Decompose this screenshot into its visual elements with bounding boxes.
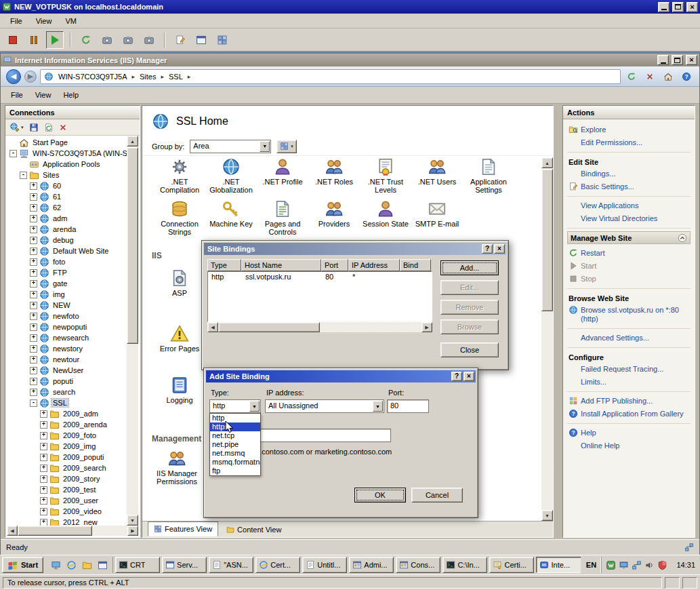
- feature-application-settings[interactable]: Application Settings: [464, 157, 514, 194]
- tree-node-ftp[interactable]: +FTP: [8, 267, 127, 278]
- show-desktop-button[interactable]: [49, 558, 62, 572]
- vm-settings-button[interactable]: [171, 31, 189, 49]
- tree-node-61[interactable]: +61: [8, 191, 127, 202]
- type-option-net-pipe[interactable]: net.pipe: [210, 440, 260, 449]
- type-option-ftp[interactable]: ftp: [210, 467, 260, 475]
- help-button[interactable]: ?: [679, 69, 694, 84]
- expand-plus-icon[interactable]: +: [30, 182, 37, 190]
- remove-connection-button[interactable]: [58, 121, 68, 134]
- tree-node-search[interactable]: +search: [8, 387, 127, 397]
- tree-node-2009-test[interactable]: +2009_test: [8, 484, 127, 495]
- back-button[interactable]: ◀: [6, 69, 21, 84]
- expand-plus-icon[interactable]: +: [30, 323, 37, 331]
- scroll-right-icon[interactable]: ▶: [421, 322, 432, 332]
- collapse-minus-icon[interactable]: -: [30, 399, 37, 407]
- type-option-net-tcp[interactable]: net.tcp: [210, 431, 260, 440]
- collapse-minus-icon[interactable]: -: [20, 172, 27, 179]
- action-add-ftp-publishing[interactable]: Add FTP Publishing...: [567, 395, 691, 408]
- taskbar-task-serv[interactable]: Serv...: [162, 557, 207, 573]
- chevron-down-icon[interactable]: ▼: [373, 401, 383, 412]
- action-view-virtual-directories[interactable]: View Virtual Directories: [567, 212, 691, 225]
- action-limits[interactable]: Limits...: [567, 376, 691, 389]
- action-help[interactable]: ?Help: [567, 427, 691, 439]
- scroll-down-icon[interactable]: ▼: [541, 510, 553, 521]
- expand-plus-icon[interactable]: +: [30, 356, 37, 363]
- action-install-application-from-gallery[interactable]: ?Install Application From Gallery: [567, 408, 691, 420]
- expand-plus-icon[interactable]: +: [30, 215, 37, 222]
- feature-net-compilation[interactable]: .NET Compilation: [155, 157, 205, 194]
- window-switch-button[interactable]: [96, 558, 109, 572]
- feature-net-globalization[interactable]: .NET Globalization: [206, 157, 256, 194]
- tree-node-2009-poputi[interactable]: +2009_poputi: [8, 452, 127, 463]
- expand-plus-icon[interactable]: +: [40, 410, 47, 418]
- feature-connection-strings[interactable]: Connection Strings: [155, 199, 205, 236]
- scrollbar-thumb[interactable]: [127, 147, 138, 344]
- expand-plus-icon[interactable]: +: [30, 269, 37, 277]
- add-button[interactable]: Add...: [440, 260, 499, 275]
- tab-features-view[interactable]: Features View: [148, 522, 218, 536]
- taskbar-task-inte[interactable]: IISInte...: [536, 557, 581, 573]
- taskbar-task-admi[interactable]: Admi...: [349, 557, 394, 573]
- collapse-chevron-icon[interactable]: [678, 233, 687, 243]
- iis-restore-button[interactable]: [672, 55, 683, 65]
- forward-button[interactable]: ▶: [24, 71, 37, 83]
- column-header-type[interactable]: Type: [207, 259, 241, 271]
- action-restart[interactable]: Restart: [567, 247, 691, 260]
- vmware-menu-vm[interactable]: VM: [59, 15, 83, 27]
- feature-providers[interactable]: Providers: [309, 199, 359, 228]
- tree-node-2009-adm[interactable]: +2009_adm: [8, 408, 127, 419]
- binding-row[interactable]: httpssl.votpusk.ru80*: [208, 272, 432, 283]
- chevron-down-icon[interactable]: ▼: [260, 141, 270, 152]
- tree-horizontal-scrollbar[interactable]: ◀ ▶: [7, 526, 138, 536]
- expand-plus-icon[interactable]: +: [40, 421, 47, 429]
- iis-menu-help[interactable]: Help: [57, 89, 85, 101]
- taskbar-task-untitl[interactable]: Untitl...: [302, 557, 347, 573]
- tree-node-2012-new[interactable]: +2012_new: [8, 517, 127, 526]
- expand-plus-icon[interactable]: +: [30, 258, 37, 266]
- dialog-help-button[interactable]: ?: [482, 244, 493, 254]
- tree-node-2009-arenda[interactable]: +2009_arenda: [8, 419, 127, 430]
- tree-node-sites[interactable]: -Sites: [8, 170, 127, 180]
- expand-plus-icon[interactable]: +: [30, 378, 37, 385]
- add-binding-titlebar[interactable]: Add Site Binding ? ×: [206, 370, 476, 382]
- taskbar-task-crt[interactable]: CRT: [115, 557, 160, 573]
- tree-node-win-s7co3q9tj5a-win-s7[interactable]: -WIN-S7CO3Q9TJ5A (WIN-S7: [8, 148, 127, 159]
- stop-button[interactable]: [642, 69, 657, 84]
- iis-titlebar[interactable]: Internet Information Services (IIS) Mana…: [1, 54, 699, 66]
- home-button[interactable]: [661, 69, 676, 84]
- expand-plus-icon[interactable]: +: [40, 497, 47, 505]
- power-on-button[interactable]: [46, 31, 64, 49]
- tree-node-poputi[interactable]: +poputi: [8, 376, 127, 387]
- snapshot-manager-button[interactable]: [140, 31, 158, 49]
- tree-node-newtour[interactable]: +newtour: [8, 354, 127, 365]
- column-header-ip-address[interactable]: IP Address: [348, 259, 400, 271]
- power-off-button[interactable]: [4, 31, 22, 49]
- expand-plus-icon[interactable]: +: [30, 367, 37, 374]
- feature-session-state[interactable]: Session State: [361, 199, 411, 228]
- feature-iis-manager-permissions[interactable]: IIS Manager Permissions: [152, 449, 202, 486]
- feature-pages-and-controls[interactable]: Pages and Controls: [258, 199, 308, 236]
- type-option-msmq-formatname[interactable]: msmq.formatname: [210, 458, 260, 467]
- action-explore[interactable]: Explore: [567, 123, 691, 136]
- tree-node-2009-user[interactable]: +2009_user: [8, 495, 127, 506]
- start-button[interactable]: Start: [2, 557, 43, 573]
- taskbar-task-cons[interactable]: Cons...: [396, 557, 440, 573]
- iis-minimize-button[interactable]: [657, 55, 669, 65]
- column-header-port[interactable]: Port: [321, 259, 348, 271]
- internet-explorer-button[interactable]: [64, 558, 78, 572]
- column-header-bind[interactable]: Bind: [400, 259, 431, 271]
- vmware-titlebar[interactable]: NEW_VOTPUSK on localhost.localdomain ×: [0, 0, 700, 14]
- scroll-down-icon[interactable]: ▼: [127, 515, 138, 526]
- bindings-horizontal-scrollbar[interactable]: ◀ ▶: [207, 322, 432, 332]
- expand-plus-icon[interactable]: +: [30, 302, 37, 309]
- snapshot-revert-button[interactable]: [119, 31, 137, 49]
- feature-net-roles[interactable]: .NET Roles: [309, 157, 359, 186]
- expand-plus-icon[interactable]: +: [30, 280, 37, 288]
- expand-plus-icon[interactable]: +: [30, 237, 37, 244]
- scroll-up-icon[interactable]: ▲: [541, 157, 553, 168]
- tree-vertical-scrollbar[interactable]: ▲ ▼: [127, 136, 138, 526]
- tree-node-default-web-site[interactable]: +Default Web Site: [8, 245, 127, 256]
- action-edit-permissions[interactable]: Edit Permissions...: [567, 136, 691, 149]
- feature-error-pages[interactable]: Error Pages: [155, 324, 205, 353]
- vmware-menu-view[interactable]: View: [30, 15, 58, 27]
